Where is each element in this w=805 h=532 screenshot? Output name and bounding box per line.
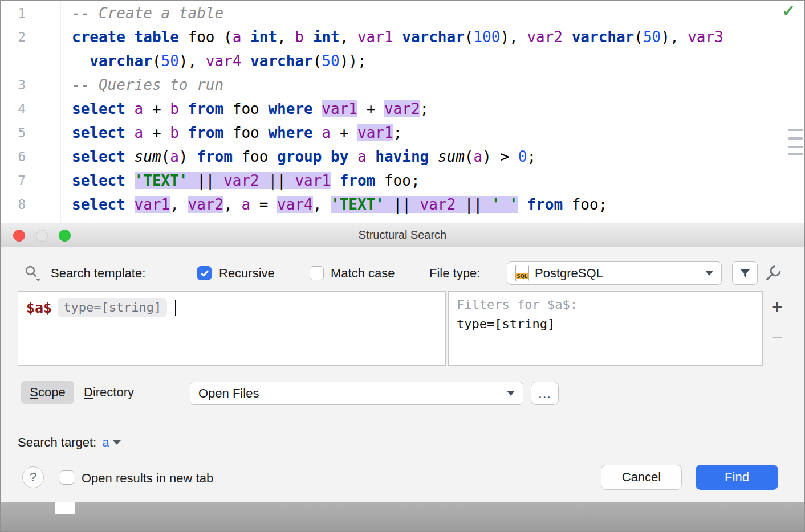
- line-number: 3: [1, 73, 26, 97]
- search-template-label: Search template:: [51, 265, 145, 281]
- help-button[interactable]: ?: [22, 466, 44, 488]
- wrench-icon[interactable]: [763, 263, 783, 285]
- code-text: select sum(a) from foo group by a having…: [72, 145, 536, 169]
- template-variable: $a$: [26, 300, 52, 316]
- recursive-checkbox[interactable]: [197, 266, 212, 280]
- code-text: select 'TEXT' || var2 || var1 from foo;: [72, 169, 420, 193]
- search-template-editor[interactable]: $a$ type=[string]: [18, 291, 446, 366]
- sql-editor[interactable]: 1-- Create a table2create table foo (a i…: [1, 1, 804, 223]
- scrollbar-mark[interactable]: [788, 137, 803, 140]
- code-area: 1-- Create a table2create table foo (a i…: [1, 1, 804, 216]
- open-results-label[interactable]: Open results in new tab: [82, 470, 213, 486]
- scope-tab-label: Scope: [30, 385, 65, 400]
- code-line: 1-- Create a table: [1, 1, 804, 25]
- svg-text:SQL: SQL: [517, 273, 528, 279]
- chevron-down-icon: [507, 391, 515, 396]
- code-line: 8select var1, var2, a = var4, 'TEXT' || …: [1, 193, 804, 216]
- sql-file-icon: SQL: [515, 265, 529, 281]
- code-line: varchar(50), var4 varchar(50));: [1, 49, 804, 73]
- file-type-label: File type:: [429, 265, 480, 281]
- filters-title: Filters for $a$:: [457, 297, 754, 312]
- code-line: 5select a + b from foo where a + var1;: [1, 121, 804, 145]
- search-target-row: Search target: a: [18, 435, 121, 451]
- dialog-body: Search template: Recursive Match case Fi…: [1, 247, 804, 502]
- close-window-button[interactable]: [13, 230, 25, 242]
- code-text: create table foo (a int, b int, var1 var…: [72, 25, 723, 49]
- cancel-button[interactable]: Cancel: [601, 465, 682, 490]
- scrollbar-mark[interactable]: [788, 153, 803, 155]
- background-band: [1, 502, 804, 531]
- match-case-label[interactable]: Match case: [331, 265, 395, 281]
- inspections-ok-icon: ✓: [782, 2, 795, 21]
- search-history-icon[interactable]: [23, 264, 42, 284]
- editor-peek: [55, 502, 75, 514]
- code-text: -- Queries to run: [72, 73, 223, 97]
- search-target-label: Search target:: [18, 435, 96, 451]
- line-number: 1: [1, 1, 26, 25]
- scope-tab[interactable]: Scope: [21, 381, 74, 404]
- file-type-value: PostgreSQL: [535, 266, 603, 281]
- code-line: 4select a + b from foo where var1 + var2…: [1, 97, 804, 121]
- code-text: select var1, var2, a = var4, 'TEXT' || v…: [72, 193, 607, 216]
- code-text: select a + b from foo where a + var1;: [72, 121, 402, 145]
- scope-value: Open Files: [198, 386, 259, 401]
- remove-filter-button[interactable]: −: [766, 326, 788, 348]
- check-icon: [200, 269, 209, 278]
- search-target-value[interactable]: a: [102, 435, 109, 450]
- chevron-down-icon: [113, 440, 121, 445]
- browse-button[interactable]: ...: [531, 382, 559, 405]
- filters-panel[interactable]: Filters for $a$: type=[string]: [448, 291, 763, 366]
- dialog-titlebar[interactable]: Structural Search: [1, 223, 804, 247]
- recursive-label[interactable]: Recursive: [219, 265, 275, 281]
- code-line: 2create table foo (a int, b int, var1 va…: [1, 25, 804, 49]
- code-line: 3-- Queries to run: [1, 73, 804, 97]
- dialog-title: Structural Search: [1, 223, 804, 247]
- code-line: 6select sum(a) from foo group by a havin…: [1, 145, 804, 169]
- code-line: 7select 'TEXT' || var2 || var1 from foo;: [1, 169, 804, 193]
- scrollbar-mark[interactable]: [788, 146, 803, 148]
- line-number: 4: [1, 97, 26, 121]
- code-text: varchar(50), var4 varchar(50));: [72, 49, 367, 73]
- match-case-checkbox[interactable]: [310, 266, 324, 280]
- line-number: 6: [1, 145, 26, 169]
- line-number: 2: [1, 25, 26, 49]
- code-text: -- Create a table: [72, 1, 223, 25]
- file-type-select[interactable]: SQL PostgreSQL: [507, 261, 722, 285]
- fullscreen-window-button[interactable]: [59, 230, 71, 242]
- template-filter-hint: type=[string]: [58, 298, 167, 317]
- line-number: 5: [1, 121, 26, 145]
- line-number: 8: [1, 193, 26, 216]
- minimize-window-button[interactable]: [36, 230, 48, 242]
- find-button[interactable]: Find: [696, 465, 778, 490]
- filter-value: type=[string]: [457, 317, 754, 331]
- text-caret: [175, 300, 176, 316]
- add-filter-button[interactable]: +: [766, 296, 788, 317]
- funnel-icon: [739, 268, 751, 279]
- line-number: 7: [1, 169, 26, 193]
- scope-select[interactable]: Open Files: [190, 382, 523, 405]
- directory-tab[interactable]: Directory: [84, 384, 134, 400]
- filter-button[interactable]: [732, 261, 758, 285]
- ide-window: 1-- Create a table2create table foo (a i…: [0, 0, 805, 532]
- scrollbar-mark[interactable]: [788, 129, 803, 131]
- open-results-checkbox[interactable]: [60, 470, 74, 485]
- code-text: select a + b from foo where var1 + var2;: [72, 97, 429, 121]
- chevron-down-icon: [705, 271, 713, 276]
- line-number: [1, 49, 26, 73]
